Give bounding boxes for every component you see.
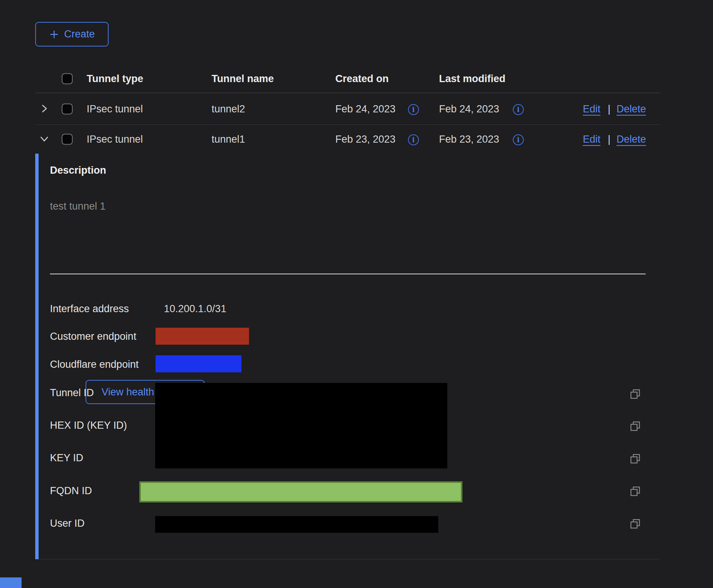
expand-row-button[interactable] [38, 103, 50, 115]
info-icon[interactable] [513, 134, 524, 145]
tunnels-table: Tunnel type Tunnel name Created on Last … [35, 64, 660, 154]
actions-separator: | [608, 134, 610, 145]
section-divider [50, 274, 646, 274]
customer-endpoint-label: Customer endpoint [50, 330, 136, 343]
copy-icon [630, 389, 641, 400]
info-icon[interactable] [408, 104, 419, 115]
ipsec-tunnels-page: Create Tunnel type Tunnel name Created o… [0, 0, 713, 588]
modified-info-wrap [513, 133, 524, 145]
info-icon[interactable] [408, 134, 419, 145]
created-info-wrap [408, 133, 419, 145]
info-icon[interactable] [513, 104, 524, 115]
copy-icon [630, 453, 641, 465]
ids-redacted-values [155, 383, 447, 468]
description-label: Description [50, 164, 106, 177]
tunnel-detail-panel: Description test tunnel 1 View health ch… [35, 154, 660, 559]
cloudflare-endpoint-label: Cloudflare endpoint [50, 358, 139, 371]
delete-link[interactable]: Delete [616, 103, 646, 115]
tunnel-name-cell: tunnel1 [212, 134, 245, 145]
chevron-right-icon [39, 103, 50, 114]
description-value: test tunnel 1 [50, 200, 106, 213]
table-row: IPsec tunnel tunnel2 Feb 24, 2023 Feb 24… [35, 93, 660, 125]
tunnel-name-cell: tunnel2 [212, 103, 245, 115]
tunnel-id-label: Tunnel ID [50, 386, 94, 399]
interface-address-label: Interface address [50, 302, 129, 315]
created-on-cell: Feb 24, 2023 [335, 103, 395, 115]
copy-icon [630, 421, 641, 432]
cloudflare-endpoint-redacted-value [156, 355, 241, 372]
select-all-checkbox[interactable] [62, 73, 73, 84]
header-created-on: Created on [335, 73, 389, 84]
interface-address-value: 10.200.1.0/31 [164, 302, 226, 315]
fqdn-id-redacted-value [139, 481, 462, 502]
chevron-down-icon [39, 133, 50, 145]
tunnel-type-cell: IPsec tunnel [87, 103, 143, 115]
create-button-label: Create [64, 28, 95, 40]
edit-link[interactable]: Edit [583, 103, 601, 115]
edit-link[interactable]: Edit [583, 134, 601, 145]
bottom-left-accent-fragment [0, 577, 22, 588]
hex-id-label: HEX ID (KEY ID) [50, 419, 127, 432]
copy-hex-id-button[interactable] [629, 420, 642, 433]
expansion-accent-bar [35, 154, 39, 559]
table-row: IPsec tunnel tunnel1 Feb 23, 2023 Feb 23… [35, 125, 660, 154]
header-tunnel-type: Tunnel type [87, 73, 143, 84]
user-id-label: User ID [50, 517, 85, 530]
customer-endpoint-redacted-value [156, 328, 249, 345]
copy-icon [630, 518, 641, 530]
table-header-row: Tunnel type Tunnel name Created on Last … [35, 64, 660, 93]
header-tunnel-name: Tunnel name [212, 73, 274, 84]
user-id-redacted-value [155, 516, 438, 533]
row-checkbox[interactable] [62, 103, 73, 114]
modified-info-wrap [513, 103, 524, 115]
collapse-row-button[interactable] [38, 133, 50, 145]
created-info-wrap [408, 103, 419, 115]
last-modified-cell: Feb 23, 2023 [439, 134, 499, 145]
copy-fqdn-id-button[interactable] [629, 485, 642, 498]
row-checkbox[interactable] [62, 134, 73, 145]
create-button[interactable]: Create [35, 22, 109, 47]
tunnel-type-cell: IPsec tunnel [87, 134, 143, 145]
copy-icon [630, 486, 641, 497]
copy-key-id-button[interactable] [629, 453, 642, 466]
delete-link[interactable]: Delete [616, 134, 646, 145]
created-on-cell: Feb 23, 2023 [335, 134, 395, 145]
last-modified-cell: Feb 24, 2023 [439, 103, 499, 115]
plus-icon [49, 29, 59, 40]
copy-user-id-button[interactable] [629, 518, 642, 531]
fqdn-id-label: FQDN ID [50, 484, 92, 497]
actions-separator: | [608, 103, 610, 115]
key-id-label: KEY ID [50, 451, 83, 464]
copy-tunnel-id-button[interactable] [629, 388, 642, 401]
header-last-modified: Last modified [439, 73, 506, 84]
